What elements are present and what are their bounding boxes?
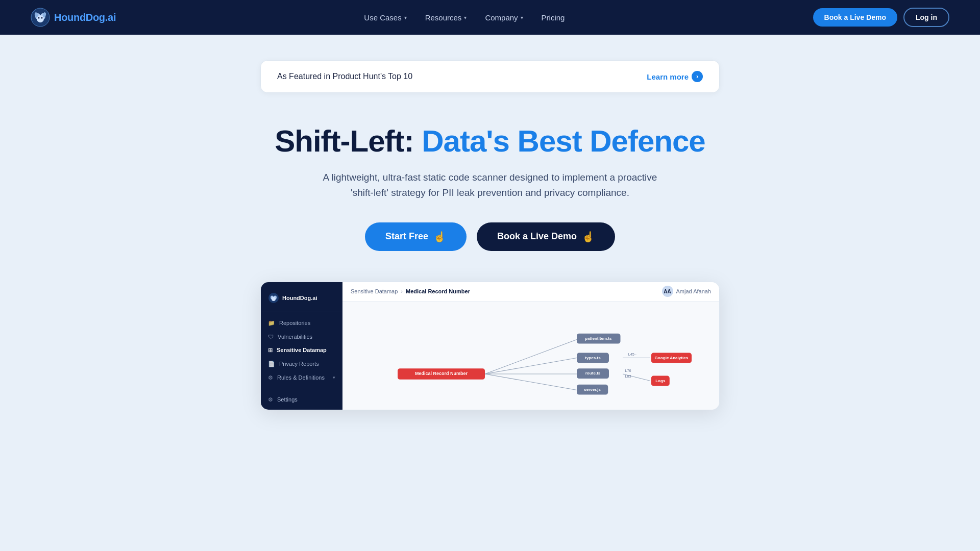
svg-point-11 bbox=[272, 297, 276, 301]
app-sidebar-logo: HoundDog.ai bbox=[261, 289, 342, 312]
nav-resources[interactable]: Resources ▾ bbox=[425, 13, 467, 22]
edge-label-l83: L83 bbox=[625, 374, 631, 379]
avatar: AA bbox=[662, 286, 673, 297]
breadcrumb-separator: › bbox=[401, 288, 403, 294]
logo-area: HoundDog.ai bbox=[31, 8, 116, 27]
sidebar-item-vulnerabilities[interactable]: 🛡 Vulnerabilities bbox=[261, 330, 342, 343]
node-medical-record-label: Medical Record Number bbox=[415, 371, 468, 376]
nav-links: Use Cases ▾ Resources ▾ Company ▾ Pricin… bbox=[364, 13, 565, 22]
breadcrumb: Sensitive Datamap › Medical Record Numbe… bbox=[351, 288, 470, 294]
fingerprint-icon: ☝ bbox=[433, 231, 446, 243]
hero-subtitle: A lightweight, ultra-fast static code sc… bbox=[316, 170, 664, 201]
nav-use-cases[interactable]: Use Cases ▾ bbox=[364, 13, 406, 22]
app-user-info: AA Amjad Afanah bbox=[662, 286, 712, 297]
svg-point-4 bbox=[38, 17, 40, 19]
sliders-icon: ⚙ bbox=[268, 374, 273, 381]
navbar-actions: Book a Live Demo Log in bbox=[813, 8, 949, 27]
edge-label-l45: L45– bbox=[628, 352, 636, 357]
book-live-demo-button[interactable]: Book a Live Demo ☝ bbox=[477, 222, 615, 251]
hounddog-logo-icon bbox=[31, 8, 50, 27]
sidebar-item-sensitive-datamap[interactable]: ⊞ Sensitive Datamap bbox=[261, 343, 342, 357]
edge-medical-types bbox=[485, 358, 577, 374]
grid-icon: ⊞ bbox=[268, 347, 273, 354]
chevron-down-icon: ▾ bbox=[521, 15, 523, 20]
sidebar-item-repositories[interactable]: 📁 Repositories bbox=[261, 316, 342, 330]
app-inner: HoundDog.ai 📁 Repositories 🛡 Vulnerabili… bbox=[261, 282, 719, 410]
banner-text: As Featured in Product Hunt's Top 10 bbox=[277, 72, 412, 81]
app-sidebar: HoundDog.ai 📁 Repositories 🛡 Vulnerabili… bbox=[261, 282, 342, 410]
edge-medical-patient bbox=[485, 339, 577, 374]
folder-icon: 📁 bbox=[268, 320, 275, 327]
shield-icon: 🛡 bbox=[268, 334, 274, 340]
logo-text: HoundDog.ai bbox=[54, 12, 116, 23]
nav-company[interactable]: Company ▾ bbox=[485, 13, 523, 22]
app-sidebar-logo-text: HoundDog.ai bbox=[282, 295, 317, 301]
app-screenshot: HoundDog.ai 📁 Repositories 🛡 Vulnerabili… bbox=[260, 282, 720, 410]
banner-learn-more-link[interactable]: Learn more › bbox=[647, 71, 703, 82]
node-google-analytics-label: Google Analytics bbox=[655, 355, 689, 360]
sidebar-item-rules-definitions[interactable]: ⚙ Rules & Definitions ▾ bbox=[261, 371, 342, 385]
chevron-right-icon: › bbox=[692, 71, 703, 82]
hero-section: Shift-Left: Data's Best Defence A lightw… bbox=[264, 123, 715, 251]
sidebar-item-privacy-reports[interactable]: 📄 Privacy Reports bbox=[261, 357, 342, 371]
nav-pricing[interactable]: Pricing bbox=[542, 13, 565, 22]
start-free-button[interactable]: Start Free ☝ bbox=[365, 222, 467, 251]
product-hunt-banner: As Featured in Product Hunt's Top 10 Lea… bbox=[260, 60, 720, 93]
app-diagram: L45– L76 L83 patientItem.ts types.ts bbox=[342, 302, 719, 410]
node-logs-label: Logs bbox=[655, 378, 666, 383]
node-route-label: route.ts bbox=[585, 371, 601, 375]
app-main: Sensitive Datamap › Medical Record Numbe… bbox=[342, 282, 719, 410]
login-button[interactable]: Log in bbox=[903, 8, 949, 27]
file-icon: 📄 bbox=[268, 361, 275, 367]
hero-title: Shift-Left: Data's Best Defence bbox=[275, 123, 705, 159]
fingerprint-icon: ☝ bbox=[582, 231, 595, 243]
node-types-label: types.ts bbox=[585, 355, 601, 360]
edge-label-l76: L76 bbox=[625, 368, 631, 373]
node-patientitem-label: patientItem.ts bbox=[585, 336, 612, 341]
cta-buttons: Start Free ☝ Book a Live Demo ☝ bbox=[275, 222, 705, 251]
node-server-label: server.js bbox=[584, 387, 601, 392]
chevron-down-icon: ▾ bbox=[404, 15, 407, 20]
diagram-svg: L45– L76 L83 patientItem.ts types.ts bbox=[351, 310, 711, 402]
gear-icon: ⚙ bbox=[268, 396, 273, 403]
edge-medical-server bbox=[485, 374, 577, 390]
chevron-down-icon: ▾ bbox=[464, 15, 467, 20]
svg-point-5 bbox=[41, 17, 43, 19]
sidebar-item-settings[interactable]: ⚙ Settings bbox=[261, 393, 342, 407]
main-content: As Featured in Product Hunt's Top 10 Lea… bbox=[0, 35, 980, 410]
app-topbar: Sensitive Datamap › Medical Record Numbe… bbox=[342, 282, 719, 302]
book-demo-button[interactable]: Book a Live Demo bbox=[813, 8, 897, 27]
svg-point-3 bbox=[37, 15, 44, 22]
chevron-down-icon: ▾ bbox=[333, 375, 335, 380]
navbar: HoundDog.ai Use Cases ▾ Resources ▾ Comp… bbox=[0, 0, 980, 35]
